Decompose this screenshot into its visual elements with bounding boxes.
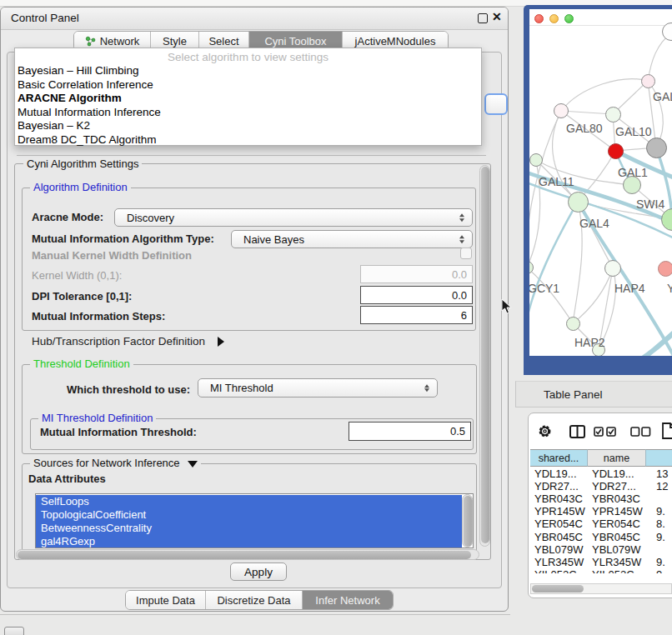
sources-group-title[interactable]: Sources for Network Inference (30, 457, 201, 469)
zoom-traffic-light[interactable] (564, 14, 574, 23)
table-row[interactable]: YER054CYER054C8. (530, 518, 672, 530)
screen: Control Panel ✕ Network Style Select (0, 0, 672, 635)
network-node[interactable] (641, 74, 655, 88)
table-row[interactable]: YBR043CYBR043C (530, 492, 672, 505)
list-vertical-scrollbar-thumb[interactable] (464, 496, 472, 547)
network-node-gal11[interactable] (529, 153, 543, 167)
node-label: Y (667, 282, 672, 295)
network-node-red[interactable] (608, 143, 624, 159)
dpi-tolerance-label: DPI Tolerance [0,1]: (32, 290, 132, 302)
bottom-divider (0, 614, 510, 615)
document-icon[interactable] (662, 422, 672, 439)
network-node-gal10[interactable] (605, 107, 621, 122)
dropdown-item[interactable]: Bayesian – Hill Climbing (18, 64, 479, 78)
network-node-hap2[interactable] (566, 317, 580, 331)
network-node-gal4[interactable] (568, 192, 589, 212)
network-node-salmon[interactable] (658, 261, 672, 277)
node-label: HAP2 (574, 336, 605, 349)
which-threshold-combo[interactable]: MI Threshold (198, 378, 438, 398)
mi-steps-field[interactable]: 6 (360, 306, 473, 324)
tab-impute-data[interactable]: Impute Data (126, 591, 206, 609)
tab-style-label: Style (163, 35, 187, 48)
partial-dock-button[interactable] (4, 627, 24, 635)
stepper-icon (459, 213, 464, 222)
unchecked-checkboxes-icon[interactable] (630, 427, 651, 437)
table-row[interactable]: YLR345WYLR345W9. (530, 556, 672, 568)
network-canvas: GAL GAL80 GAL10 GAL1 GAL11 SWI4 GAL4 GCY… (529, 9, 672, 356)
list-item[interactable]: TopologicalCoefficient (36, 508, 462, 522)
mi-threshold-label: Mutual Information Threshold: (40, 426, 197, 438)
table-row[interactable]: YPR145WYPR145W9. (530, 505, 672, 518)
tab-cyni-toolbox-label: Cyni Toolbox (264, 35, 326, 48)
node-label: GAL4 (579, 217, 609, 230)
node-label: GCY1 (529, 282, 559, 295)
mouse-cursor (501, 298, 512, 314)
network-node-gal80[interactable] (554, 103, 569, 118)
network-tab-icon (85, 36, 96, 47)
tab-select-label: Select (208, 35, 238, 48)
settings-vertical-scrollbar-thumb[interactable] (481, 167, 489, 543)
dpi-tolerance-field[interactable]: 0.0 (360, 286, 473, 304)
list-item[interactable]: SelfLoops (36, 495, 462, 508)
settings-horizontal-scrollbar-thumb[interactable] (18, 551, 471, 559)
hidden-combo-focus-ring (484, 93, 508, 115)
column-header-shared[interactable]: shared... (530, 449, 588, 467)
column-header-partial[interactable] (646, 449, 672, 467)
tab-discretize-data[interactable]: Discretize Data (206, 591, 303, 609)
mi-type-value: Naive Bayes (243, 233, 304, 246)
columns-icon[interactable] (569, 425, 585, 438)
mi-type-label: Mutual Information Algorithm Type: (32, 232, 214, 245)
table-row[interactable]: YDR27...YDR27...12 (530, 480, 672, 492)
tab-impute-data-label: Impute Data (136, 594, 195, 607)
dropdown-item[interactable]: Bayesian – K2 (18, 119, 479, 133)
node-label: GAL10 (615, 125, 652, 138)
mi-threshold-group-title: MI Threshold Definition (38, 412, 156, 424)
gear-icon[interactable] (538, 424, 552, 438)
list-item[interactable]: gal4RGexp (36, 535, 462, 548)
tab-discretize-data-label: Discretize Data (217, 594, 290, 607)
node-label: GAL1 (618, 166, 648, 179)
collapsed-triangle-icon (218, 337, 224, 347)
list-item[interactable]: BetweennessCentrality (36, 522, 462, 535)
bottom-tabbar: Impute Data Discretize Data Infer Networ… (125, 590, 394, 610)
table-horizontal-scrollbar-thumb[interactable] (532, 585, 584, 592)
mi-type-combo[interactable]: Naive Bayes (231, 230, 473, 248)
hub-definition-expander[interactable]: Hub/Transcription Factor Definition (32, 333, 224, 347)
sources-title-label: Sources for Network Inference (33, 457, 180, 469)
table-row[interactable]: YIL052CYIL052C9. (530, 568, 672, 573)
manual-kernel-checkbox[interactable] (460, 248, 472, 259)
network-node-hap4[interactable] (604, 260, 621, 277)
tab-jactivemnodules-label: jActiveMNodules (355, 35, 436, 48)
dropdown-item-selected[interactable]: ARACNE Algorithm (18, 92, 479, 106)
threshold-definition-title: Threshold Definition (30, 358, 133, 370)
aracne-mode-combo[interactable]: Discovery (114, 208, 473, 227)
dropdown-item[interactable]: Mutual Information Inference (18, 106, 479, 120)
close-icon[interactable]: ✕ (492, 10, 502, 23)
table-row[interactable]: YBR045CYBR045C9. (530, 531, 672, 543)
mi-threshold-field[interactable]: 0.5 (349, 422, 471, 441)
node-label: GAL (653, 90, 672, 103)
network-node-gray[interactable] (646, 138, 667, 158)
tab-infer-network[interactable]: Infer Network (303, 591, 393, 609)
minimize-traffic-light[interactable] (549, 14, 559, 23)
kernel-width-field[interactable]: 0.0 (360, 265, 473, 283)
hidden-group-edge (17, 155, 486, 156)
mi-steps-label: Mutual Information Steps: (32, 310, 165, 322)
table-row[interactable]: YBL079WYBL079W (530, 543, 672, 556)
dropdown-item[interactable]: Basic Correlation Inference (18, 78, 479, 92)
apply-button[interactable]: Apply (230, 562, 287, 581)
checked-checkboxes-icon[interactable] (594, 427, 617, 437)
canvas-titlebar-divider (529, 25, 672, 26)
close-traffic-light[interactable] (534, 14, 544, 23)
column-header-name[interactable]: name (588, 449, 646, 467)
control-panel-title: Control Panel (11, 12, 79, 24)
node-label: SWI4 (636, 198, 664, 211)
node-label: GAL11 (539, 175, 574, 188)
algorithm-dropdown-popup: Select algorithm to view settings Bayesi… (14, 48, 482, 146)
stepper-icon (424, 384, 429, 392)
expanded-triangle-icon (188, 461, 198, 468)
dropdown-item[interactable]: Dream8 DC_TDC Algorithm (18, 133, 479, 148)
column-header-name-label: name (604, 452, 629, 464)
float-window-icon[interactable] (478, 13, 488, 23)
table-row[interactable]: YDL19...YDL19...13 (530, 468, 672, 480)
